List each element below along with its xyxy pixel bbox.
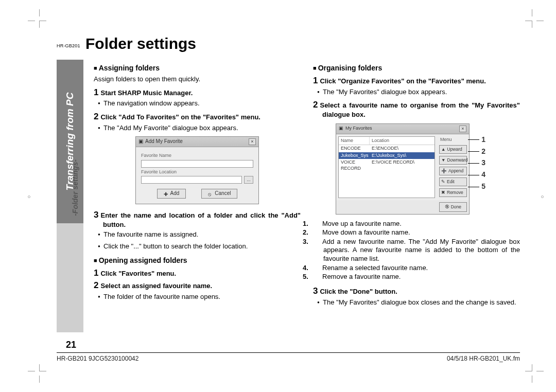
callout-4: 4 — [481, 170, 485, 180]
callout-3: 3 — [481, 158, 485, 168]
folder-icon: ▣ — [138, 138, 143, 145]
model-code: HR-GB201 — [57, 43, 80, 48]
col-location: Location — [370, 137, 391, 145]
remove-button[interactable]: ✖Remove — [439, 188, 467, 197]
step-3-bullet-2: Click the "..." button to search the fol… — [94, 242, 301, 251]
cell: VOICE RECORD — [339, 159, 370, 172]
sidebar-sub: -Folder settings- — [68, 118, 82, 257]
left-column: Assigning folders Assign folders to open… — [94, 62, 301, 341]
numbered-list: 1.Move up a favourite name. 2.Move down … — [313, 220, 520, 281]
numlist-4: Rename a selected favourite name. — [322, 264, 428, 272]
numlist-5: Remove a favourite name. — [322, 273, 401, 280]
sidebar-sub-text: -Folder settings- — [71, 159, 79, 216]
step-1-text: Start SHARP Music Manager. — [100, 89, 193, 97]
step-2-bullet: The "Add My Favorite" dialogue box appea… — [94, 124, 301, 133]
col-name: Name — [339, 137, 370, 145]
list-row-selected[interactable]: Jukebox_SysE:\Jukebox_Sys\ — [339, 152, 435, 159]
step-3: 3Enter the name and location of a folder… — [94, 209, 301, 229]
edit-button[interactable]: ✎Edit — [439, 177, 467, 186]
callout-1: 1 — [481, 135, 485, 145]
open-step-2: 2Select an assigned favourite name. — [94, 280, 301, 291]
step-3-text: Enter the name and location of a folder … — [100, 211, 301, 228]
footer-left: HR-GB201 9JCG5230100042 — [57, 355, 138, 362]
footer: HR-GB201 9JCG5230100042 04/5/18 HR-GB201… — [57, 352, 520, 362]
my-favorites-dialog: ▣My Favorites × NameLocation ENCODEE:\EN… — [336, 123, 470, 215]
plus-icon: ✚ — [164, 191, 168, 196]
favorite-name-label: Favorite Name — [141, 153, 253, 159]
close-icon[interactable]: × — [249, 138, 256, 145]
open-step-1-text: Click "Favorites" menu. — [100, 270, 176, 277]
folder-icon: ▣ — [339, 126, 343, 132]
favorite-name-input[interactable] — [141, 160, 253, 168]
page-title: Folder settings — [85, 35, 196, 52]
cancel-button[interactable]: ⦸Cancel — [201, 189, 237, 199]
callouts: 1 2 3 4 5 — [468, 135, 485, 192]
right-column: Organising folders 1Click "Organize Favo… — [313, 62, 520, 341]
step-1-bullet: The navigation window appears. — [94, 99, 301, 108]
org-step-3-bullet: The "My Favorites" dialogue box closes a… — [313, 298, 520, 307]
cell: E:\VOICE RECORD\ — [370, 159, 416, 172]
open-step-2-bullet: The folder of the favourite name opens. — [94, 293, 301, 301]
step-2-text: Click "Add To Favorites" on the "Favorit… — [100, 113, 260, 121]
cell: Jukebox_Sys — [339, 152, 370, 159]
section-opening: Opening assigned folders — [94, 256, 301, 265]
numlist-1: Move up a favourite name. — [322, 220, 402, 227]
section-assigning: Assigning folders — [94, 64, 301, 73]
org-step-3: 3Click the "Done" button. — [313, 286, 520, 297]
btn-label: Upward — [447, 147, 462, 152]
btn-label: Downward — [447, 157, 467, 163]
callout-2: 2 — [481, 147, 485, 156]
cell: ENCODE — [339, 145, 370, 152]
favorite-location-input[interactable] — [141, 176, 242, 184]
numlist-3: Add a new favourite name. The "Add My Fa… — [322, 238, 520, 262]
step-3-bullet-1: The favourite name is assigned. — [94, 230, 301, 239]
assigning-intro: Assign folders to open them quickly. — [94, 75, 301, 84]
content-columns: Assigning folders Assign folders to open… — [94, 62, 520, 341]
open-step-2-text: Select an assigned favourite name. — [100, 282, 212, 290]
section-organising: Organising folders — [313, 64, 520, 73]
footer-right: 04/5/18 HR-GB201_UK.fm — [447, 355, 520, 362]
remove-icon: ✖ — [441, 190, 445, 195]
org-step-1-bullet: The "My Favorites" dialogue box appears. — [313, 88, 520, 97]
upward-button[interactable]: ▲Upward — [439, 145, 467, 154]
up-icon: ▲ — [441, 147, 445, 152]
list-row[interactable]: ENCODEE:\ENCODE\ — [339, 145, 435, 152]
btn-label: Append — [448, 168, 463, 174]
menu-header: Menu — [439, 136, 467, 144]
cancel-icon: ⦸ — [208, 191, 213, 196]
org-step-1-text: Click "Organize Favorites" on the "Favor… — [320, 77, 485, 85]
cell: E:\ENCODE\ — [370, 145, 401, 152]
open-step-1: 1Click "Favorites" menu. — [94, 268, 301, 279]
list-row[interactable]: VOICE RECORDE:\VOICE RECORD\ — [339, 159, 435, 172]
done-button[interactable]: ⦿Done — [439, 202, 467, 212]
done-icon: ⦿ — [445, 204, 449, 210]
step-2: 2Click "Add To Favorites" on the "Favori… — [94, 111, 301, 122]
add-button[interactable]: ✚Add — [157, 189, 186, 199]
org-step-1: 1Click "Organize Favorites" on the "Favo… — [313, 75, 520, 86]
add-button-label: Add — [170, 190, 180, 197]
org-step-3-text: Click the "Done" button. — [320, 288, 397, 295]
step-1: 1Start SHARP Music Manager. — [94, 87, 301, 98]
numlist-2: Move down a favourite name. — [322, 228, 410, 236]
append-button[interactable]: ➕Append — [439, 167, 467, 175]
dialog-title: Add My Favorite — [145, 138, 183, 145]
btn-label: Done — [451, 204, 461, 210]
cell: E:\Jukebox_Sys\ — [370, 152, 408, 159]
browse-button[interactable]: ... — [244, 176, 253, 184]
page-number: 21 — [66, 340, 76, 350]
dialog-titlebar: ▣Add My Favorite × — [136, 137, 258, 147]
edit-icon: ✎ — [441, 179, 445, 185]
btn-label: Remove — [447, 190, 463, 195]
dialog2-title: My Favorites — [345, 126, 372, 132]
cancel-button-label: Cancel — [215, 190, 231, 197]
plus-icon: ➕ — [441, 168, 447, 174]
close-icon[interactable]: × — [459, 126, 466, 132]
down-icon: ▼ — [441, 157, 445, 163]
callout-5: 5 — [481, 182, 485, 191]
downward-button[interactable]: ▼Downward — [439, 156, 467, 165]
favorites-list[interactable]: NameLocation ENCODEE:\ENCODE\ Jukebox_Sy… — [338, 136, 435, 198]
menu-panel: Menu ▲Upward ▼Downward ➕Append ✎Edit ✖Re… — [437, 134, 469, 200]
org-step-2: 2Select a favourite name to organise fro… — [313, 99, 520, 119]
add-favorite-dialog: ▣Add My Favorite × Favorite Name Favorit… — [135, 136, 259, 204]
page: HR-GB201 Folder settings Transferring fr… — [57, 31, 520, 361]
